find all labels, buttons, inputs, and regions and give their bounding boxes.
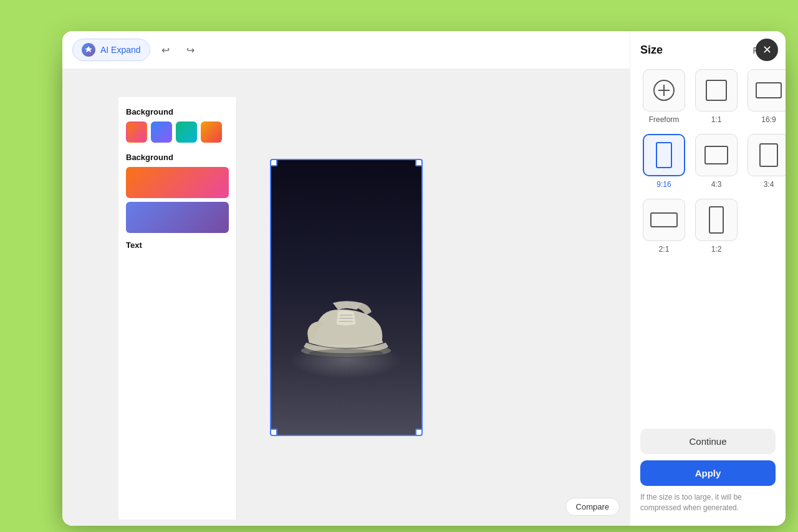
size-icon-2-1: [643, 199, 685, 241]
size-label-9-16: 9:16: [656, 180, 671, 189]
compare-button[interactable]: Compare: [565, 498, 620, 516]
hint-text: If the size is too large, it will be com…: [640, 492, 776, 513]
size-option-16-9[interactable]: 16:9: [745, 67, 786, 126]
size-label-2-1: 2:1: [659, 245, 670, 254]
size-option-3-4[interactable]: 3:4: [745, 131, 786, 191]
color-swatch-gradient3[interactable]: [176, 121, 197, 143]
color-swatch-gradient2[interactable]: [151, 121, 172, 143]
size-icon-4-3: [695, 134, 738, 176]
bg-section2-title: Background: [123, 150, 231, 164]
size-icon-1-2: [695, 199, 738, 241]
modal-undo-button[interactable]: ↩: [156, 40, 175, 59]
modal-redo-button[interactable]: ↪: [181, 40, 200, 59]
shape-1-1: [706, 80, 727, 101]
shape-2-1: [650, 212, 678, 227]
handle-br[interactable]: [415, 429, 423, 436]
color-swatch-gradient1[interactable]: [126, 121, 147, 143]
panel-actions: Continue Apply If the size is too large,…: [640, 429, 776, 513]
size-icon-1-1: [695, 69, 738, 112]
ai-expand-badge: AI Expand: [72, 39, 150, 61]
modal-toolbar: AI Expand ↩ ↪: [62, 31, 630, 69]
size-label-freeform: Freeform: [649, 115, 680, 124]
shape-9-16: [656, 142, 672, 168]
bg-panel-title: Background: [123, 102, 231, 119]
handle-bl[interactable]: [270, 429, 277, 436]
shape-3-4: [759, 143, 778, 167]
size-label-16-9: 16:9: [761, 115, 776, 124]
handle-tl[interactable]: [270, 159, 277, 166]
text-section-title: Text: [123, 235, 231, 252]
size-grid: Freeform 1:1 16:9 9:16: [640, 67, 776, 256]
size-option-1-1[interactable]: 1:1: [693, 67, 740, 126]
size-option-2-1[interactable]: 2:1: [640, 196, 688, 256]
color-swatch-gradient4[interactable]: [201, 121, 222, 143]
size-icon-16-9: [748, 69, 786, 112]
size-option-freeform[interactable]: Freeform: [640, 67, 688, 126]
size-label-1-2: 1:2: [711, 245, 722, 254]
ai-expand-icon: [82, 43, 95, 57]
size-option-4-3[interactable]: 4:3: [693, 131, 740, 191]
apply-button[interactable]: Apply: [640, 460, 776, 486]
modal-panel: Size Reset Freeform: [630, 31, 786, 526]
close-button[interactable]: ✕: [756, 39, 778, 61]
shape-4-3: [704, 146, 728, 164]
shoe-preview: [270, 159, 423, 436]
size-icon-freeform: [643, 69, 685, 112]
size-label-4-3: 4:3: [711, 180, 722, 189]
shape-1-2: [709, 206, 724, 234]
size-option-9-16[interactable]: 9:16: [640, 131, 688, 191]
handle-tr[interactable]: [415, 159, 423, 166]
shoe-glow: [290, 341, 402, 379]
ai-expand-label: AI Expand: [100, 45, 141, 55]
bg-thumb-1[interactable]: [126, 167, 229, 198]
size-icon-9-16: [643, 134, 685, 176]
shape-16-9: [756, 82, 782, 98]
continue-button[interactable]: Continue: [640, 429, 776, 454]
size-label-1-1: 1:1: [711, 115, 722, 124]
panel-title: Size: [640, 44, 663, 57]
size-option-1-2[interactable]: 1:2: [693, 196, 740, 256]
bg-thumb-2[interactable]: [126, 202, 229, 233]
size-icon-3-4: [748, 134, 786, 176]
size-label-3-4: 3:4: [764, 180, 774, 189]
